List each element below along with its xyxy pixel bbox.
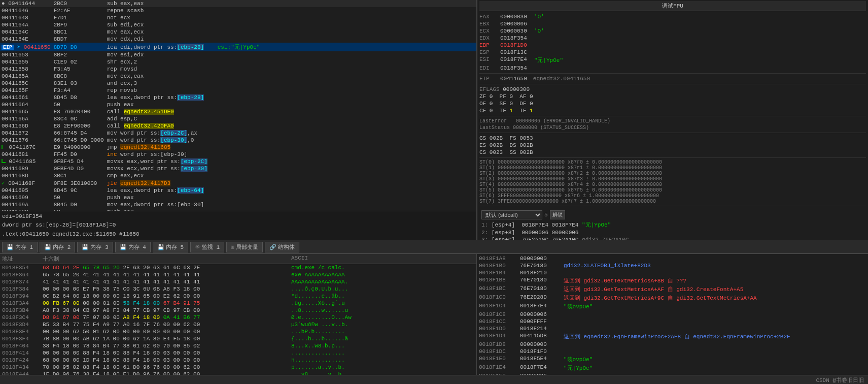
mem-row[interactable]: 0018F1D0 0018F214: [479, 325, 866, 332]
mem-row[interactable]: 0018F1DC 0018F1F0: [479, 348, 866, 355]
table-row[interactable]: 00411648 F7D1 not ecx: [0, 14, 476, 21]
stack-row: 1: [esp+4] 0018F7E4 0018F7E4 "元|YpOe": [481, 220, 864, 229]
hex-row[interactable]: 0018F374 41 41 41 41 41 41 41 41 41 41 4…: [0, 278, 476, 285]
table-row[interactable]: ● 00411644 2BC0 sub eax,eax: [0, 0, 476, 7]
mem3-button[interactable]: 💾 内存 3: [77, 242, 113, 252]
hex-row[interactable]: 0018F414 00 00 00 00 88 F4 18 00 88 F4 1…: [0, 349, 476, 357]
table-row[interactable]: 00411665 E8 76070400 call eqnedt32.451DE…: [0, 108, 476, 115]
hex-row[interactable]: 0018F384 00 00 00 00 E7 F5 38 75 C0 3C 6…: [0, 285, 476, 293]
bottom-toolbar: 💾 内存 1 💾 内存 2 💾 内存 3 💾 内存 4 💾 内存 5 👁 监视 …: [0, 240, 868, 254]
table-row[interactable]: 00411658 F3:A5 rep movsd: [0, 66, 476, 73]
mem-row[interactable]: 0018F1C8 00000006: [479, 311, 866, 318]
struct-button[interactable]: 🔗 结构体: [265, 242, 299, 252]
watch1-button[interactable]: 👁 监视 1: [190, 242, 224, 252]
table-row[interactable]: 0041165F F3:A4 rep movsb: [0, 87, 476, 94]
mem-row[interactable]: 0018F1CC 0000FFFF: [479, 318, 866, 325]
hex-row[interactable]: 0018F3C4 D8 91 67 00 7F 07 00 00 A8 F4 1…: [0, 314, 476, 321]
hex-row[interactable]: 0018F354 63 6D 64 2E 65 78 65 20 2F 63 2…: [0, 264, 476, 271]
mem-row[interactable]: 0018F1B4 0018F210: [479, 269, 866, 276]
table-row[interactable]: 00411661 8D45 D8 lea eax,dword ptr ss:[e…: [0, 94, 476, 101]
mem-icon: 💾: [157, 244, 164, 250]
hex-row[interactable]: 0018F424 68 00 00 00 1D F4 18 00 88 F4 1…: [0, 357, 476, 364]
hex-row[interactable]: 0018F394 0C B2 64 00 18 00 00 00 18 91 6…: [0, 293, 476, 300]
struct-icon: 🔗: [269, 244, 276, 250]
table-row[interactable]: 00411689 0FBF4D D0 movsx ecx,word ptr ss…: [0, 165, 476, 172]
table-row[interactable]: 0041164C 8BC1 mov eax,ecx: [0, 28, 476, 36]
table-row[interactable]: 00411672 66:8745 D4 mov word ptr ss:[ebp…: [0, 130, 476, 137]
mem-row[interactable]: 0018F1E4 0018F7E4 "元|YpOe": [479, 364, 866, 372]
table-row[interactable]: 0041166A 83C4 0C add esp,C: [0, 115, 476, 122]
fpu-section: ST(0) 0000000000000000000000 x87r0 ± 0.0…: [479, 159, 866, 204]
table-row[interactable]: 00411655 C1E9 02 shr ecx,2: [0, 58, 476, 66]
hex-header: 地址 十六制 ASCII: [0, 254, 476, 264]
fpu-title: 调试FPU: [479, 1, 866, 11]
hex-row[interactable]: 0018F404 38 F4 18 00 78 84 B4 77 38 01 6…: [0, 342, 476, 349]
mem-panel: 0018F1A8 00000000 0018F1B0 76E70180 gdi3…: [477, 254, 868, 375]
mem-row[interactable]: 0018F1BC 76E70180 返回到 gdi32.GetTextMetri…: [479, 285, 866, 294]
table-row[interactable]: 0041164E 8BD7 mov edx,edi: [0, 36, 476, 43]
disasm-info: edi=0018F354 dword ptr ss:[ebp-28]=[0018…: [0, 211, 476, 240]
hex-row[interactable]: 0018F3D4 B5 33 B4 77 75 F4 A9 77 A0 16 7…: [0, 321, 476, 328]
bottom-area: 地址 十六制 ASCII 0018F354 63 6D 64 2E 65 78 …: [0, 254, 868, 375]
hex-row[interactable]: 0018F364 65 78 65 20 41 41 41 41 41 41 4…: [0, 271, 476, 278]
mem-row[interactable]: 0018F1C0 76E2D28D 返回到 gdi32.GetTextMetri…: [479, 294, 866, 302]
mem-row[interactable]: 0018F1B0 76E70180 gdi32.XLATEOBJ_iXlate+…: [479, 262, 866, 269]
hex-row[interactable]: 0018F3E4 00 00 00 62 50 01 62 00 00 00 0…: [0, 328, 476, 335]
hex-panel: 地址 十六制 ASCII 0018F354 63 6D 64 2E 65 78 …: [0, 254, 477, 375]
table-row[interactable]: 00411699 50 push eax: [0, 194, 476, 201]
watermark-text: CSDN @书卷旧日旧: [816, 376, 864, 384]
mem-row[interactable]: 0018F1C4 0018F7E4 "装ovpOe": [479, 302, 866, 311]
top-area: ● 00411644 2BC0 sub eax,eax 00411646 F2:…: [0, 0, 868, 240]
locals-button[interactable]: ⊞ 局部变量: [226, 242, 263, 252]
disasm-table: ● 00411644 2BC0 sub eax,eax 00411646 F2:…: [0, 0, 476, 211]
reg-panel: 调试FPU EAX 00000030 'O' EBX 00000006 ECX …: [477, 0, 868, 240]
table-row[interactable]: 00411676 66:C745 D0 0000 mov word ptr ss…: [0, 137, 476, 144]
mem4-button[interactable]: 💾 内存 4: [115, 242, 151, 252]
table-row[interactable]: 0041167C E9 04000000 jmp eqnedt32.411685: [0, 144, 476, 151]
table-row[interactable]: ✓ 0041168F 0F8E 3E010000 jle eqnedt32.41…: [0, 179, 476, 187]
table-row[interactable]: 00411653 8BF2 mov esi,edx: [0, 51, 476, 58]
registers-section: EAX 00000030 'O' EBX 00000006 ECX 000000…: [479, 13, 866, 72]
hex-row[interactable]: 0018F444 1F D0 96 76 38 F4 18 00 E1 D0 9…: [0, 371, 476, 375]
table-row[interactable]: 0041166D E8 2EF90000 call eqnedt32.420FA…: [0, 122, 476, 130]
disasm-panel: ● 00411644 2BC0 sub eax,eax 00411646 F2:…: [0, 0, 477, 240]
table-row[interactable]: 0041165C 83E1 03 and ecx,3: [0, 80, 476, 87]
mem-row[interactable]: 0018F1E0 0018F5E4 "装ovpOe": [479, 355, 866, 364]
hex-body: 0018F354 63 6D 64 2E 65 78 65 20 2F 63 2…: [0, 264, 476, 375]
table-row[interactable]: 00411646 F2:AE repne scasb: [0, 7, 476, 14]
mem-row[interactable]: 0018F1A8 00000000: [479, 255, 866, 262]
hex-row[interactable]: 0018F434 70 00 95 02 88 F4 18 00 61 D0 9…: [0, 364, 476, 371]
table-row[interactable]: 0041169A 8B45 D0 mov eax,dword ptr ss:[e…: [0, 201, 476, 208]
locals-icon: ⊞: [231, 244, 234, 250]
table-row[interactable]: 0041165A 8BC8 mov ecx,eax: [0, 73, 476, 80]
mem-icon: 💾: [7, 244, 14, 250]
mem1-button[interactable]: 💾 内存 1: [2, 242, 38, 252]
eip-row[interactable]: EIP ➤ 00411650 8D7D D8 lea edi,dword ptr…: [0, 43, 476, 51]
table-row[interactable]: 00411685 0FBF45 D4 movsx eax,word ptr ss…: [0, 158, 476, 165]
watch-icon: 👁: [195, 244, 200, 250]
hex-row[interactable]: 0018F3F4 7B 8B 00 00 AB 62 1A 00 00 62 1…: [0, 335, 476, 342]
mem-row[interactable]: 0018F1D8 00000000: [479, 341, 866, 348]
main-container: ● 00411644 2BC0 sub eax,eax 00411646 F2:…: [0, 0, 868, 384]
stack-row: 3: [esp+C] 76E2A10C 76E2A10C gdi32.76E2A…: [481, 236, 864, 240]
mem2-button[interactable]: 💾 内存 2: [40, 242, 75, 252]
mem-icon: 💾: [82, 244, 89, 250]
status-bar: CSDN @书卷旧日旧: [0, 375, 868, 384]
mem-icon: 💾: [44, 244, 51, 250]
stack-panel: 默认 (stdcall) 5 解锁 1: [esp+4] 0018F7E4 00…: [479, 208, 866, 240]
mem5-button[interactable]: 💾 内存 5: [153, 242, 188, 252]
hex-row[interactable]: 0018F3A4 00 FB 67 00 00 00 01 00 58 F4 1…: [0, 300, 476, 307]
mem-row[interactable]: 0018F1D4 004115D8 返回到 eqnedt32.EqnFrameW…: [479, 332, 866, 341]
table-row[interactable]: 0041164A 2BF9 sub edi,ecx: [0, 21, 476, 28]
hex-row[interactable]: 0018F3B4 A8 F3 38 84 CB 97 A8 F3 84 77 C…: [0, 307, 476, 314]
table-row[interactable]: 0041168D 3BC1 cmp eax,ecx: [0, 172, 476, 179]
table-row[interactable]: 00411664 50 push eax: [0, 101, 476, 108]
stack-convention-select[interactable]: 默认 (stdcall): [481, 210, 542, 219]
eflags: EFLAGS 00000300: [479, 86, 866, 93]
stack-row: 2: [esp+8] 00000006 00000006: [481, 229, 864, 236]
table-row[interactable]: 00411695 8D45 9C lea eax,dword ptr ss:[e…: [0, 187, 476, 194]
mem-icon: 💾: [120, 244, 127, 250]
mem-row[interactable]: 0018F1B8 76E70180 返回到 gdi32.GetTextMetri…: [479, 276, 866, 285]
table-row[interactable]: 00411681 FF45 D0 inc word ptr ss:[ebp-30…: [0, 151, 476, 158]
decode-button[interactable]: 解锁: [550, 210, 565, 219]
